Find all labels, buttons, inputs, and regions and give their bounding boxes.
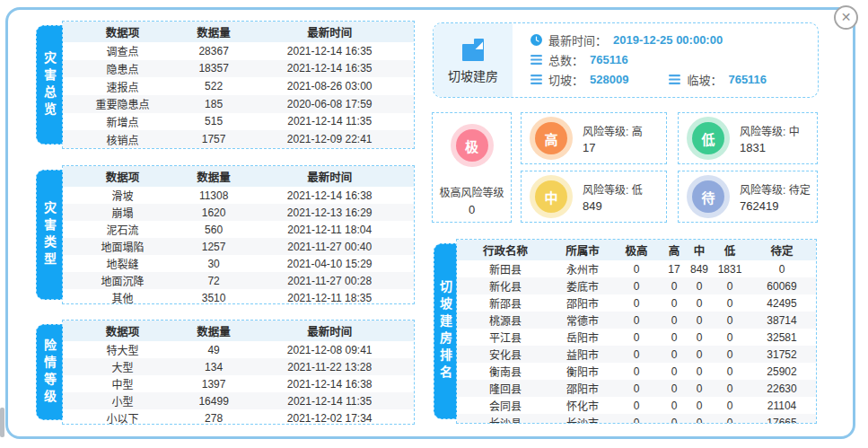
table-cell: 新邵县 (457, 294, 554, 312)
table-cell: 1397 (182, 375, 245, 392)
table-cell: 地裂缝 (63, 255, 182, 272)
table-cell: 0 (712, 312, 748, 329)
table-row: 新增点5152021-12-14 11:35 (63, 113, 414, 131)
overview-table: 数据项数据量最新时间调查点283672021-12-14 16:35隐患点183… (63, 22, 414, 148)
table-cell: 60069 (748, 277, 816, 294)
table-cell: 2021-12-14 11:35 (245, 113, 414, 131)
table-cell: 560 (182, 221, 245, 238)
header-row: 行政名称所属市极高高中低待定 (457, 240, 816, 260)
cut-slope-value: 528009 (590, 73, 628, 86)
latest-time-label: 最新时间： (548, 31, 607, 48)
table-row: 隐患点183572021-12-14 16:35 (63, 60, 414, 78)
type-table: 数据项数据量最新时间滑坡113082021-12-14 16:38崩塌16202… (63, 166, 414, 304)
table-cell: 25902 (748, 363, 816, 380)
table-cell: 11308 (182, 187, 245, 204)
table-cell: 娄底市 (554, 277, 611, 294)
table-cell: 0 (662, 414, 687, 424)
column-header: 行政名称 (457, 240, 554, 260)
risk-label: 风险等级: 待定 (740, 181, 811, 197)
total-label: 总数： (548, 51, 583, 68)
table-cell: 2021-12-14 16:38 (245, 375, 414, 392)
table-row: 新邵县邵阳市000042495 (457, 294, 816, 312)
table-cell: 常德市 (554, 312, 611, 329)
column-header: 数据量 (182, 321, 245, 341)
table-row: 新化县娄底市000060069 (457, 277, 816, 294)
table-row: 地面沉降722021-11-27 00:28 (63, 272, 414, 289)
column-header: 低 (712, 240, 748, 260)
header-row: 数据项数据量最新时间 (63, 321, 414, 341)
table-cell: 新增点 (63, 113, 182, 131)
table-row: 其他35102021-12-11 18:35 (63, 289, 414, 304)
table-cell: 0 (662, 329, 687, 346)
table-cell: 1757 (182, 130, 245, 148)
table-cell: 3510 (182, 289, 245, 304)
table-cell: 滑坡 (63, 187, 182, 204)
table-cell: 0 (662, 346, 687, 363)
table-row: 特大型492021-12-08 09:41 (63, 341, 414, 358)
table-cell: 522 (182, 77, 245, 95)
header-row: 数据项数据量最新时间 (63, 166, 414, 187)
table-cell: 平江县 (457, 329, 554, 346)
near-slope-value: 765116 (728, 73, 767, 86)
column-header: 待定 (748, 240, 816, 260)
table-cell: 核销点 (63, 130, 182, 148)
column-header: 数据量 (182, 22, 245, 42)
table-cell: 2021-12-02 17:34 (245, 409, 414, 425)
close-button[interactable]: ✕ (834, 5, 858, 30)
table-cell: 0 (712, 380, 748, 397)
table-cell: 邵阳市 (554, 294, 611, 312)
risk-badge: 低 (692, 122, 724, 154)
extreme-risk-label: 极高风险等级 (439, 184, 504, 199)
table-cell: 2021-11-27 00:28 (245, 272, 414, 289)
table-cell: 会同县 (457, 397, 554, 414)
overview-tab: 灾害总览 (36, 25, 63, 145)
table-cell: 49 (182, 341, 245, 358)
level-table: 数据项数据量最新时间特大型492021-12-08 09:41大型1342021… (63, 321, 414, 425)
table-cell: 1620 (182, 204, 245, 221)
table-cell: 2021-12-14 16:35 (245, 42, 414, 60)
table-row: 核销点17572021-12-09 22:41 (63, 130, 414, 148)
table-cell: 0 (662, 363, 687, 380)
table-row: 崩塌16202021-12-13 16:29 (63, 204, 414, 221)
table-cell: 大型 (63, 358, 182, 375)
table-cell: 衡南县 (457, 363, 554, 380)
info-lines: 最新时间： 2019-12-25 00:00:00 总数： 765116 切坡：… (513, 23, 818, 97)
level-tab: 险情等级 (36, 324, 63, 420)
table-cell: 2021-04-10 15:29 (245, 255, 414, 272)
table-cell: 邵阳市 (554, 380, 611, 397)
slope-counts-line: 切坡： 528009 临坡： 765116 (530, 71, 818, 88)
table-cell: 2021-11-22 13:28 (245, 358, 414, 375)
slope-building-icon (459, 37, 487, 64)
table-cell: 衡阳市 (554, 363, 611, 380)
column-header: 最新时间 (245, 321, 414, 341)
table-cell: 2021-11-27 00:40 (245, 238, 414, 255)
dashboard-stage: ✕ 灾害总览 数据项数据量最新时间调查点283672021-12-14 16:3… (0, 0, 868, 448)
table-cell: 42495 (748, 294, 816, 312)
table-cell: 0 (712, 363, 748, 380)
table-cell: 1257 (182, 238, 245, 255)
table-cell: 2021-12-14 16:35 (245, 60, 414, 78)
table-cell: 0 (662, 380, 687, 397)
table-cell: 永州市 (554, 260, 611, 277)
risk-label: 风险等级: 高 (583, 123, 643, 138)
table-cell: 0 (662, 397, 687, 414)
danger-level-panel: 险情等级 数据项数据量最新时间特大型492021-12-08 09:41大型13… (36, 320, 415, 425)
table-cell: 2020-06-08 17:59 (245, 95, 414, 113)
table-cell: 0 (712, 346, 748, 363)
table-cell: 0 (611, 277, 662, 294)
table-cell: 0 (687, 277, 712, 294)
level-table-box: 数据项数据量最新时间特大型492021-12-08 09:41大型1342021… (62, 320, 415, 425)
table-row: 长沙县长沙市000017665 (457, 414, 816, 424)
table-cell: 安化县 (457, 346, 554, 363)
table-cell: 0 (662, 294, 687, 312)
table-cell: 0 (662, 277, 687, 294)
table-cell: 0 (611, 380, 662, 397)
risk-value: 1831 (740, 141, 800, 154)
column-header: 中 (687, 240, 712, 260)
table-cell: 小型 (63, 392, 182, 409)
table-cell: 0 (687, 380, 712, 397)
risk-badge: 中 (535, 180, 567, 213)
risk-value: 762419 (740, 199, 811, 213)
table-cell: 0 (662, 312, 687, 329)
extreme-risk-card: 极 极高风险等级 0 (432, 112, 512, 223)
